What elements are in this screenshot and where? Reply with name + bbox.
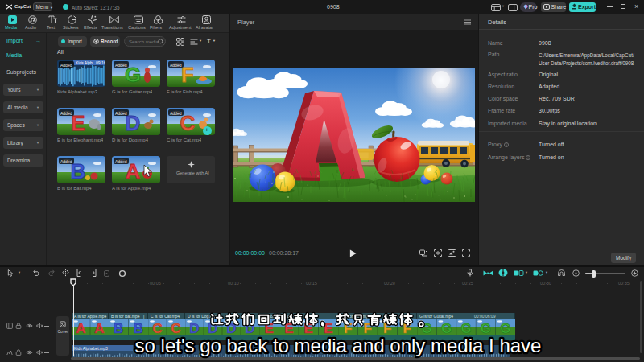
svg-text:so let's go back to media and: so let's go back to media and only media…	[135, 335, 542, 356]
